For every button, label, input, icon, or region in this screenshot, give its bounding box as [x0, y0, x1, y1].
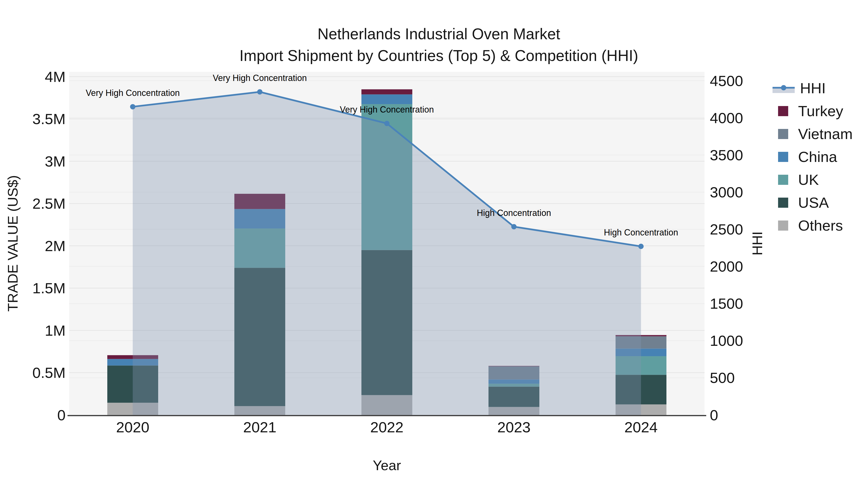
y-right-tick-label: 2000: [710, 258, 743, 275]
legend-item-china: China: [772, 145, 852, 168]
x-tick-label-2024: 2024: [624, 419, 658, 435]
y-right-tick-label: 1500: [710, 295, 743, 312]
y-right-tick-label: 1000: [710, 332, 743, 349]
y-left-tick-label: 2.5M: [32, 195, 66, 212]
hhi-marker-2020: [130, 104, 135, 109]
y-right-tick-label: 3000: [710, 184, 743, 200]
y-left-tick-label: 3.5M: [32, 110, 66, 127]
hhi-marker-2022: [384, 121, 390, 126]
legend-item-hhi: HHI: [772, 77, 852, 100]
legend-label-hhi: HHI: [800, 79, 826, 97]
annotation-2023: High Concentration: [477, 208, 551, 218]
x-axis-line: [67, 415, 706, 416]
y-left-tick-label: 4M: [45, 68, 66, 85]
legend-label-vietnam: Vietnam: [798, 125, 852, 142]
legend-swatch-others: [778, 221, 788, 231]
y-left-axis-title: TRADE VALUE (US$): [5, 175, 21, 312]
y-left-tick-label: 0.5M: [32, 364, 66, 381]
annotation-2024: High Concentration: [604, 227, 678, 237]
legend-label-china: China: [798, 148, 837, 165]
legend-item-uk: UK: [772, 168, 852, 191]
legend-item-usa: USA: [772, 191, 852, 214]
annotation-2021: Very High Concentration: [213, 73, 307, 83]
y-right-tick-label: 2500: [710, 221, 743, 238]
chart-canvas: Very High ConcentrationVery High Concent…: [0, 0, 868, 488]
hhi-marker-2024: [639, 243, 644, 249]
legend-swatch-turkey: [778, 106, 788, 116]
y-right-tick-label: 3500: [710, 147, 743, 163]
y-left-tick-label: 1M: [45, 322, 66, 339]
x-axis-title: Year: [373, 457, 401, 473]
x-tick-label-2022: 2022: [370, 419, 404, 435]
legend-swatch-uk: [778, 175, 788, 185]
legend-label-others: Others: [798, 217, 843, 234]
y-left-tick-label: 1.5M: [32, 280, 66, 296]
y-left-tick-label: 3M: [45, 153, 66, 170]
legend-swatch-vietnam: [778, 129, 788, 139]
y-right-tick-label: 500: [710, 369, 735, 386]
legend-swatch-china: [778, 152, 788, 162]
y-right-axis-title: HHI: [749, 231, 765, 255]
hhi-marker-2023: [512, 224, 517, 229]
y-left-tick-label: 0: [57, 407, 66, 423]
legend-item-vietnam: Vietnam: [772, 123, 852, 145]
hhi-line-sample-icon: [772, 83, 796, 94]
hhi-marker-2021: [257, 89, 262, 94]
y-right-tick-label: 0: [710, 407, 718, 423]
legend-label-uk: UK: [798, 171, 819, 188]
x-tick-label-2020: 2020: [116, 419, 150, 435]
y-right-tick-label: 4500: [710, 72, 743, 89]
annotation-2022: Very High Concentration: [340, 105, 434, 115]
y-right-tick-label: 4000: [710, 110, 743, 126]
legend-swatch-usa: [778, 198, 788, 208]
legend-item-turkey: Turkey: [772, 100, 852, 123]
y-left-tick-label: 2M: [45, 238, 66, 254]
annotation-2020: Very High Concentration: [86, 88, 180, 98]
x-tick-label-2023: 2023: [497, 419, 531, 435]
legend-label-usa: USA: [798, 194, 829, 211]
legend: HHITurkeyVietnamChinaUKUSAOthers: [772, 77, 852, 237]
legend-item-others: Others: [772, 214, 852, 237]
x-tick-label-2021: 2021: [243, 419, 277, 435]
bar-segment-china-2022: [362, 94, 412, 104]
legend-label-turkey: Turkey: [798, 102, 843, 120]
bar-segment-turkey-2022: [362, 89, 412, 94]
